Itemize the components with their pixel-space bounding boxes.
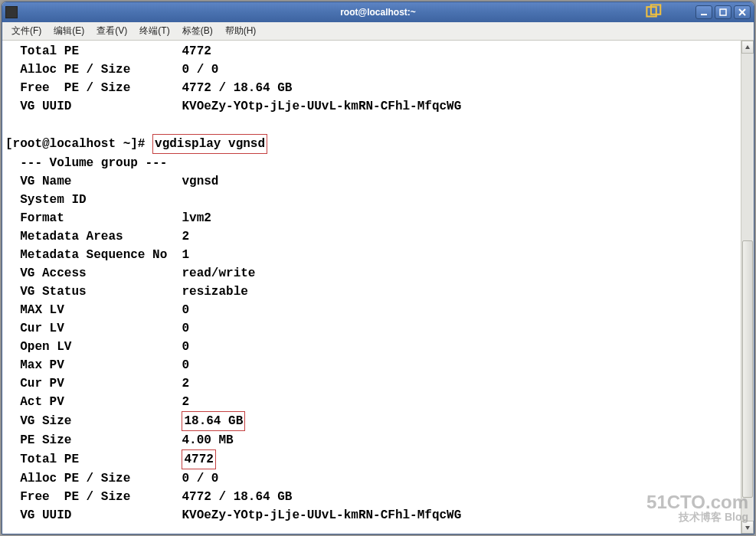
- menu-terminal[interactable]: 终端(T): [133, 23, 175, 39]
- terminal-output[interactable]: Total PE 4772 Alloc PE / Size 0 / 0 Free…: [2, 41, 741, 534]
- window-title: root@localhost:~: [340, 7, 416, 18]
- scroll-track[interactable]: [741, 54, 754, 521]
- scroll-down-button[interactable]: [741, 521, 754, 534]
- menu-tabs[interactable]: 标签(B): [176, 23, 219, 39]
- scroll-up-button[interactable]: [741, 41, 754, 54]
- menu-help[interactable]: 帮助(H): [219, 23, 263, 39]
- minimize-button[interactable]: [695, 5, 712, 19]
- svg-rect-3: [720, 9, 726, 15]
- scrollbar[interactable]: [741, 41, 754, 534]
- highlighted-command: vgdisplay vgnsd: [152, 134, 267, 154]
- highlighted-totalpe: 4772: [182, 449, 215, 469]
- terminal-area: Total PE 4772 Alloc PE / Size 0 / 0 Free…: [2, 41, 754, 534]
- menu-edit[interactable]: 编辑(E): [47, 23, 90, 39]
- menu-file[interactable]: 文件(F): [5, 23, 47, 39]
- app-icon: [5, 6, 18, 18]
- terminal-window: root@localhost:~ 文件(F) 编辑(E) 查看(V) 终端(T)…: [2, 2, 754, 534]
- maximize-button[interactable]: [715, 5, 731, 19]
- highlighted-vgsize: 18.64 GB: [182, 411, 245, 431]
- close-button[interactable]: [734, 5, 751, 19]
- titlebar-controls: [646, 5, 751, 19]
- menubar: 文件(F) 编辑(E) 查看(V) 终端(T) 标签(B) 帮助(H): [2, 22, 754, 41]
- titlebar[interactable]: root@localhost:~: [2, 2, 754, 22]
- taskbar-windows-icon: [646, 5, 663, 19]
- menu-view[interactable]: 查看(V): [90, 23, 133, 39]
- scroll-thumb[interactable]: [742, 240, 753, 498]
